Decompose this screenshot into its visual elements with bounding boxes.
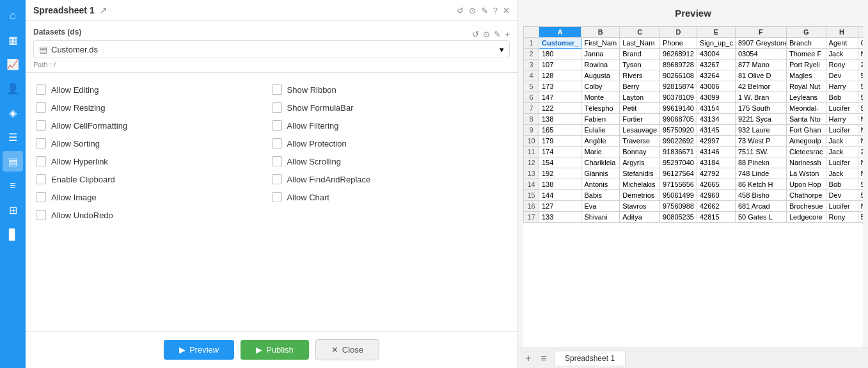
sidebar-users-icon[interactable]: 👤 [3,78,23,99]
main-panel: Spreadsheet 1 ↗ ↺ ⊙ ✎ ? ✕ Datasets (ds) … [26,0,518,368]
close-button[interactable]: ✕ Close [315,339,379,360]
checkbox-allow-chart[interactable] [272,192,282,202]
sheet-menu-button[interactable]: ≡ [536,351,551,366]
table-row: 13 192GiannisStefanidis9612756442792748 … [524,168,864,179]
preview-panel: Preview A B C D E F G H I 1 [518,0,868,368]
checkbox-allow-findandreplace[interactable] [272,174,282,184]
dataset-add-icon[interactable]: + [505,29,510,39]
preview-button[interactable]: ▶ Preview [164,340,234,360]
checkbox-allow-scrolling[interactable] [272,156,282,166]
sidebar-table-icon[interactable]: ▦ [3,29,23,50]
label-allow-undoredo: Allow UndoRedo [51,211,113,220]
table-row: 9 165EulalieLesauvage9575092043145932 La… [524,125,864,136]
label-enable-clipboard: Enable Clipboard [51,175,115,184]
cell-g1[interactable]: Branch [786,38,826,49]
option-allow-hyperlink: Allow Hyperlink [36,152,272,170]
option-allow-undoredo: Allow UndoRedo [36,206,272,224]
sidebar-spreadsheet-icon[interactable]: ▤ [3,151,23,172]
dataset-chevron-icon: ▾ [500,45,504,54]
col-header-h[interactable]: H [826,27,858,38]
option-allow-protection: Allow Protection [272,134,508,152]
col-header-d[interactable]: D [660,27,697,38]
checkbox-show-formulabar[interactable] [272,102,282,113]
dataset-select[interactable]: ▤ Customer.ds ▾ [33,40,510,58]
dataset-select-left: ▤ Customer.ds [39,44,98,54]
help-icon[interactable]: ? [493,6,498,15]
col-header-a[interactable]: A [539,27,581,38]
checkbox-allow-cellformatting[interactable] [36,120,46,131]
close-x-icon: ✕ [331,345,338,355]
publish-label: Publish [266,345,294,355]
checkbox-allow-image[interactable] [36,192,46,202]
sheet-tab-bar: + ≡ Spreadsheet 1 [518,348,868,368]
option-allow-scrolling: Allow Scrolling [272,152,508,170]
edit-icon[interactable]: ✎ [481,6,488,15]
add-sheet-button[interactable]: + [521,351,536,366]
label-allow-filtering: Allow Filtering [287,121,339,131]
sidebar-home-icon[interactable]: ⌂ [3,5,23,26]
cell-c1[interactable]: Last_Nam [620,38,660,49]
table-row: 15 144BabisDemetrios9506149942960458 Bis… [524,190,864,201]
sidebar-list-icon[interactable]: ≡ [3,175,23,196]
checkbox-allow-filtering[interactable] [272,120,282,131]
col-header-b[interactable]: B [581,27,620,38]
footer: ▶ Preview ▶ Publish ✕ Close [26,331,517,368]
label-show-formulabar: Show FormulaBar [287,103,354,113]
col-header-i[interactable]: I [858,27,863,38]
option-allow-filtering: Allow Filtering [272,116,508,134]
option-show-formulabar: Show FormulaBar [272,99,508,116]
spreadsheet-container[interactable]: A B C D E F G H I 1 Customer_ First_Nam … [523,26,863,348]
label-allow-sorting: Allow Sorting [51,139,100,148]
table-row: 12 154CharikleiaArgyris952970404318488 P… [524,157,864,168]
col-header-c[interactable]: C [620,27,660,38]
external-link-icon[interactable]: ↗ [100,5,107,15]
sidebar-form-icon[interactable]: ☰ [3,127,23,147]
cell-b1[interactable]: First_Nam [581,38,620,49]
cell-d1[interactable]: Phone [660,38,697,49]
close-title-icon[interactable]: ✕ [503,6,510,15]
cell-h1[interactable]: Agent [826,38,858,49]
sidebar-grid-icon[interactable]: ⊞ [3,200,23,220]
checkbox-allow-undoredo[interactable] [36,210,46,220]
datasets-section: Datasets (ds) ↺ ⊙ ✎ + ▤ Customer.ds ▾ Pa… [26,21,517,73]
publish-icon: ▶ [256,345,262,355]
sheet-tab-spreadsheet1[interactable]: Spreadsheet 1 [554,351,626,365]
preview-title: Preview [518,0,868,26]
view-icon[interactable]: ⊙ [469,6,476,15]
dataset-edit-icon[interactable]: ✎ [494,29,501,39]
option-allow-cellformatting: Allow CellFormatting [36,116,272,134]
label-allow-editing: Allow Editing [51,85,99,95]
checkbox-allow-editing[interactable] [36,84,46,95]
cell-a1[interactable]: Customer_ [539,38,581,49]
sidebar-barchart-icon[interactable]: ▊ [3,224,23,244]
checkbox-allow-sorting[interactable] [36,138,46,148]
checkbox-allow-protection[interactable] [272,138,282,148]
label-allow-scrolling: Allow Scrolling [287,157,342,166]
table-row: 11 174MarieBonnay91836671431467511 SW.Cl… [524,147,864,157]
dataset-link-icon[interactable]: ⊙ [483,29,490,39]
cell-e1[interactable]: Sign_up_c [697,38,735,49]
options-left-column: Allow Editing Allow Resizing Allow CellF… [36,81,272,323]
table-row: 17 133ShivaniAditya908052354281550 Gates… [524,212,864,223]
option-allow-editing: Allow Editing [36,81,272,99]
refresh-icon[interactable]: ↺ [457,6,464,15]
table-row: 8 138FabienFortier99068705431349221 Syca… [524,114,864,125]
publish-button[interactable]: ▶ Publish [241,340,309,360]
path-text: Path : / [33,61,510,68]
checkbox-show-ribbon[interactable] [272,84,282,95]
col-header-g[interactable]: G [786,27,826,38]
col-header-e[interactable]: E [697,27,735,38]
checkbox-enable-clipboard[interactable] [36,174,46,184]
label-allow-protection: Allow Protection [287,139,347,148]
label-allow-findandreplace: Allow FindAndReplace [287,175,371,184]
checkbox-allow-hyperlink[interactable] [36,156,46,166]
table-row: 10 179AngèleTraverse990226924299773 West… [524,136,864,147]
sidebar-flow-icon[interactable]: ◈ [3,102,23,123]
cell-f1[interactable]: 8907 Greystone Lane Merrima ck, NH [735,38,786,49]
datasets-label: Datasets (ds) [33,28,81,36]
checkbox-allow-resizing[interactable] [36,102,46,113]
dataset-refresh-icon[interactable]: ↺ [472,29,479,39]
col-header-f[interactable]: F [735,27,786,38]
sidebar-chart-icon[interactable]: 📈 [3,54,23,74]
cell-i1[interactable]: Offer [858,38,863,49]
